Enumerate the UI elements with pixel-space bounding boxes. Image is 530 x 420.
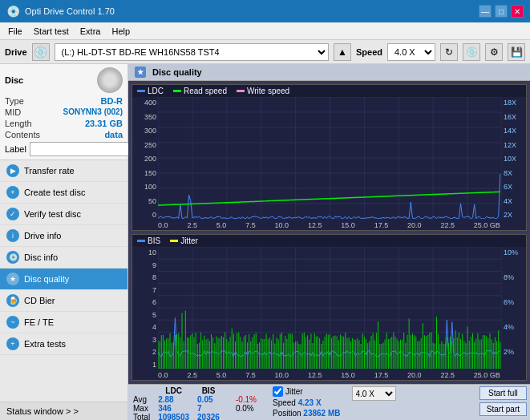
sidebar-item-drive-info[interactable]: i Drive info (0, 225, 127, 247)
sidebar-item-label: Disc info (24, 252, 58, 262)
stats-avg-row: Avg 2.88 0.05 -0.1% (131, 395, 263, 404)
sidebar-item-cd-bier[interactable]: 🍺 CD Bier (0, 290, 127, 312)
status-window-label: Status window > > (6, 406, 79, 416)
sidebar-item-verify-test-disc[interactable]: ✓ Verify test disc (0, 204, 127, 225)
sidebar-item-transfer-rate[interactable]: ▶ Transfer rate (0, 160, 127, 182)
jitter-col-header (234, 386, 263, 395)
disc-quality-section-icon: ★ (135, 67, 146, 78)
settings-button[interactable]: ⚙ (485, 43, 503, 61)
max-label: Max (131, 404, 156, 413)
jitter-checkbox[interactable] (273, 386, 283, 397)
start-buttons: Start full Start part (479, 386, 527, 416)
drive-label: Drive (5, 47, 27, 57)
bis-chart-inner (158, 247, 502, 370)
ldc-yaxis-left: 400350300250200150100500 (132, 97, 158, 220)
avg-ldc-value: 2.88 (156, 395, 196, 404)
disc-mid-label: MID (5, 107, 21, 117)
sidebar-item-disc-quality[interactable]: ★ Disc quality (0, 269, 127, 290)
ldc-chart-legend: LDC Read speed Write speed (132, 85, 526, 97)
disc-quality-header: ★ Disc quality (128, 64, 530, 81)
avg-label: Avg (131, 395, 156, 404)
position-label: Position (273, 409, 301, 418)
speed-select[interactable]: 4.0 X (387, 43, 435, 61)
max-ldc-value: 346 (156, 404, 196, 413)
stats-bar: LDC BIS Avg 2.88 0.05 -0.1% Max 346 7 (128, 384, 530, 420)
ldc-canvas (158, 97, 502, 219)
menu-start-test[interactable]: Start test (29, 25, 74, 38)
ldc-chart-wrap: 400350300250200150100500 18X16X14X12X10X… (132, 97, 526, 220)
avg-jitter-value: -0.1% (234, 395, 263, 404)
disc-length-label: Length (5, 119, 32, 128)
ldc-yaxis-right: 18X16X14X12X10X8X6X4X2X (502, 97, 526, 220)
window-controls: — □ ✕ (479, 5, 524, 18)
drive-bar: Drive 💿 (L:) HL-DT-ST BD-RE WH16NS58 TST… (0, 40, 530, 64)
disc-image (97, 67, 123, 93)
menu-file[interactable]: File (3, 25, 27, 38)
ldc-legend-dot (137, 90, 145, 92)
writespeed-legend-dot (237, 90, 245, 92)
drive-select[interactable]: (L:) HL-DT-ST BD-RE WH16NS58 TST4 (55, 43, 329, 61)
fe-te-icon: ~ (6, 316, 19, 329)
ldc-xaxis: 0.02.55.07.510.012.515.017.520.022.525.0… (132, 220, 526, 230)
readspeed-legend-item: Read speed (173, 87, 227, 95)
disc-label-label: Label (5, 144, 26, 154)
position-value: 23862 MB (303, 409, 340, 418)
title-bar: 💿 Opti Drive Control 1.70 — □ ✕ (0, 0, 530, 22)
close-button[interactable]: ✕ (511, 5, 524, 18)
minimize-button[interactable]: — (479, 5, 492, 18)
readspeed-legend-dot (173, 90, 181, 92)
refresh-button[interactable]: ↻ (440, 43, 458, 61)
start-full-button[interactable]: Start full (479, 386, 527, 400)
stats-total-row: Total 1098503 20326 (131, 413, 263, 420)
ldc-legend-label: LDC (148, 87, 164, 95)
bis-xaxis: 0.02.55.07.510.012.515.017.520.022.525.0… (132, 370, 526, 380)
max-jitter-value: 0.0% (234, 404, 263, 413)
sidebar-item-fe-te[interactable]: ~ FE / TE (0, 312, 127, 333)
menu-extra[interactable]: Extra (75, 25, 106, 38)
start-part-button[interactable]: Start part (479, 402, 527, 416)
menu-bar: File Start test Extra Help (0, 22, 530, 40)
drive-info-icon: i (6, 229, 19, 242)
disc-panel: Disc Type BD-R MID SONYNN3 (002) Length … (0, 64, 127, 160)
disc-label-input[interactable] (30, 142, 136, 156)
media-button[interactable]: 💿 (463, 43, 480, 61)
menu-help[interactable]: Help (107, 25, 135, 38)
disc-length-value: 23.31 GB (85, 119, 123, 128)
speed-label: Speed (273, 398, 296, 407)
test-speed-select[interactable]: 4.0 X (352, 386, 396, 401)
position-info: Position 23862 MB (273, 409, 341, 418)
total-bis-value: 20326 (196, 413, 226, 420)
sidebar-item-label: Extra tests (24, 339, 66, 349)
bis-col-header: BIS (196, 386, 226, 395)
charts-container: LDC Read speed Write speed 4003503002502… (128, 81, 530, 384)
jitter-checkbox-row: Jitter (273, 386, 341, 397)
jitter-legend-item: Jitter (170, 236, 198, 245)
jitter-legend-dot (170, 240, 178, 242)
create-test-disc-icon: + (6, 186, 19, 199)
sidebar-item-label: Verify test disc (24, 209, 81, 219)
status-window-button[interactable]: Status window > > (0, 402, 127, 420)
app-icon: 💿 (6, 5, 20, 18)
sidebar-item-label: CD Bier (24, 296, 55, 305)
sidebar-item-create-test-disc[interactable]: + Create test disc (0, 182, 127, 204)
speed-value: 4.23 X (298, 398, 322, 407)
sidebar-item-label: Drive info (24, 231, 61, 240)
app-title: Opti Drive Control 1.70 (25, 6, 115, 16)
disc-quality-icon: ★ (6, 273, 19, 285)
eject-button[interactable]: ▲ (334, 43, 351, 61)
total-jitter-value (234, 413, 263, 420)
speed-info: Speed 4.23 X (273, 398, 341, 407)
maximize-button[interactable]: □ (495, 5, 508, 18)
jitter-speed-section: Jitter Speed 4.23 X Position 23862 MB Sa… (273, 386, 341, 420)
bis-chart-wrap: 10987654321 10% 8% 6% 4% 2% (132, 247, 526, 370)
disc-contents-value: data (104, 130, 123, 139)
save-button[interactable]: 💾 (508, 43, 525, 61)
sidebar: Disc Type BD-R MID SONYNN3 (002) Length … (0, 64, 128, 420)
jitter-label: Jitter (285, 387, 303, 396)
verify-test-disc-icon: ✓ (6, 208, 19, 220)
writespeed-legend-label: Write speed (247, 87, 289, 95)
speed-label: Speed (356, 47, 382, 57)
sidebar-item-disc-info[interactable]: 💿 Disc info (0, 247, 127, 269)
sidebar-item-extra-tests[interactable]: + Extra tests (0, 333, 127, 355)
bis-legend-label: BIS (148, 236, 160, 245)
